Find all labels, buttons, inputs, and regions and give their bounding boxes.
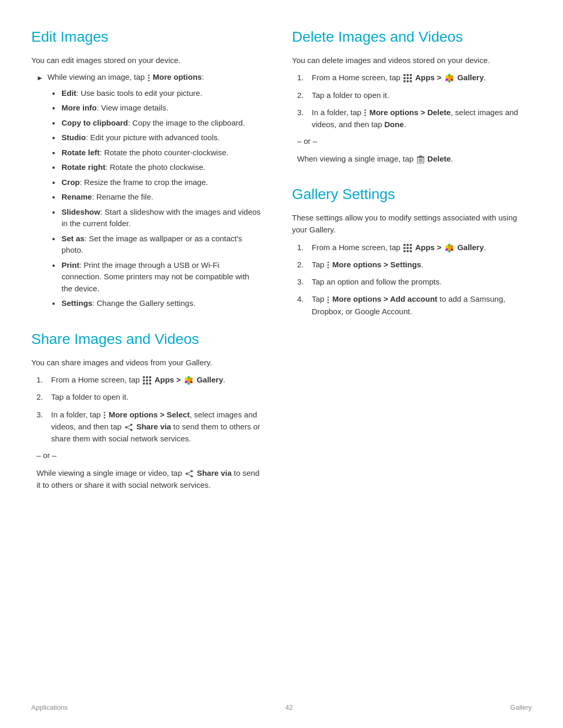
share-step-1: From a Home screen, tap Apps > [36, 374, 261, 386]
delete-or-separator: – or – [297, 135, 532, 147]
footer: Applications 42 Gallery [31, 702, 532, 713]
gallery-icon [445, 73, 454, 83]
trash-icon [417, 155, 424, 164]
gallery-settings-step-1: From a Home screen, tap Apps > [297, 241, 532, 253]
list-item: Settings: Change the Gallery settings. [52, 298, 261, 310]
arrow-item: ► While viewing an image, tap More optio… [36, 71, 261, 83]
apps-grid-icon [403, 244, 412, 252]
gallery-icon [184, 376, 193, 385]
gallery-settings-step-4: Tap More options > Add account to add a … [297, 293, 532, 317]
share-images-title: Share Images and Videos [31, 328, 261, 350]
edit-images-section: Edit Images You can edit images stored o… [31, 26, 261, 310]
gallery-settings-title: Gallery Settings [292, 183, 532, 205]
page: Edit Images You can edit images stored o… [0, 0, 563, 728]
list-item: Slideshow: Start a slideshow with the im… [52, 206, 261, 230]
list-item: Rotate right: Rotate the photo clockwise… [52, 162, 261, 174]
delete-steps-list: From a Home screen, tap Apps > [297, 71, 532, 130]
gallery-settings-step-3: Tap an option and follow the prompts. [297, 276, 532, 288]
more-options-icon [148, 73, 150, 82]
svg-point-1 [187, 378, 191, 382]
list-item: Set as: Set the image as wallpaper or as… [52, 233, 261, 256]
edit-images-title: Edit Images [31, 26, 261, 48]
list-item: More info: View image details. [52, 102, 261, 114]
svg-line-11 [126, 425, 131, 427]
svg-line-16 [187, 471, 192, 474]
share-or-separator: – or – [36, 450, 261, 462]
svg-point-34 [448, 243, 450, 246]
svg-point-33 [447, 246, 451, 250]
more-options-label: More options [153, 72, 202, 81]
more-options-icon [327, 295, 329, 304]
delete-images-intro: You can delete images and videos stored … [292, 54, 532, 66]
share-via-icon-2 [185, 470, 193, 477]
gallery-settings-step-2: Tap More options > Settings. [297, 258, 532, 270]
svg-point-19 [447, 77, 451, 81]
arrow-icon: ► [36, 73, 43, 83]
left-column: Edit Images You can edit images stored o… [31, 26, 282, 686]
more-options-icon [327, 261, 329, 269]
share-after-or: While viewing a single image or video, t… [36, 467, 261, 491]
footer-right: Gallery [510, 702, 532, 713]
share-step-3: In a folder, tap More options > Select, … [36, 409, 261, 445]
svg-point-37 [448, 250, 450, 252]
list-item: Crop: Resize the frame to crop the image… [52, 177, 261, 189]
svg-point-23 [448, 80, 450, 83]
gallery-icon [445, 243, 454, 253]
list-item: Studio: Edit your picture with advanced … [52, 132, 261, 144]
list-item: Rename: Rename the file. [52, 191, 261, 203]
footer-center: 42 [285, 702, 292, 713]
list-item: Rotate left: Rotate the photo counter-cl… [52, 147, 261, 159]
svg-rect-28 [420, 158, 421, 162]
list-item: Print: Print the image through a USB or … [52, 260, 261, 295]
delete-images-section: Delete Images and Videos You can delete … [292, 26, 532, 165]
more-options-icon [364, 109, 366, 117]
edit-images-intro: You can edit images stored on your devic… [31, 54, 261, 66]
gallery-settings-steps-list: From a Home screen, tap Apps > [297, 241, 532, 317]
share-steps-list: From a Home screen, tap Apps > [36, 374, 261, 445]
right-column: Delete Images and Videos You can delete … [282, 26, 532, 686]
apps-grid-icon [403, 74, 412, 82]
delete-step-1: From a Home screen, tap Apps > [297, 71, 532, 83]
gallery-settings-intro: These settings allow you to modify setti… [292, 212, 532, 236]
gallery-settings-section: Gallery Settings These settings allow yo… [292, 183, 532, 317]
share-images-intro: You can share images and videos from you… [31, 356, 261, 368]
svg-point-2 [188, 376, 190, 378]
svg-rect-27 [419, 158, 420, 162]
share-images-section: Share Images and Videos You can share im… [31, 328, 261, 491]
svg-rect-31 [419, 155, 422, 156]
edit-bullet-list: Edit: Use basic tools to edit your pictu… [52, 88, 261, 310]
svg-point-20 [448, 74, 450, 77]
delete-after-or: When viewing a single image, tap Delete. [297, 153, 532, 165]
svg-line-17 [187, 474, 192, 476]
share-via-icon [125, 424, 133, 431]
delete-step-2: Tap a folder to open it. [297, 89, 532, 101]
svg-rect-30 [417, 156, 424, 157]
delete-images-title: Delete Images and Videos [292, 26, 532, 48]
svg-line-12 [126, 427, 131, 430]
arrow-item-text: While viewing an image, tap More options… [47, 71, 204, 83]
list-item: Edit: Use basic tools to edit your pictu… [52, 88, 261, 100]
list-item: Copy to clipboard: Copy the image to the… [52, 117, 261, 129]
share-step-2: Tap a folder to open it. [36, 391, 261, 403]
delete-step-3: In a folder, tap More options > Delete, … [297, 106, 532, 131]
svg-point-5 [188, 382, 190, 385]
more-options-icon [104, 411, 105, 419]
apps-grid-icon [143, 376, 151, 385]
footer-left: Applications [31, 702, 68, 713]
svg-rect-29 [421, 158, 422, 162]
